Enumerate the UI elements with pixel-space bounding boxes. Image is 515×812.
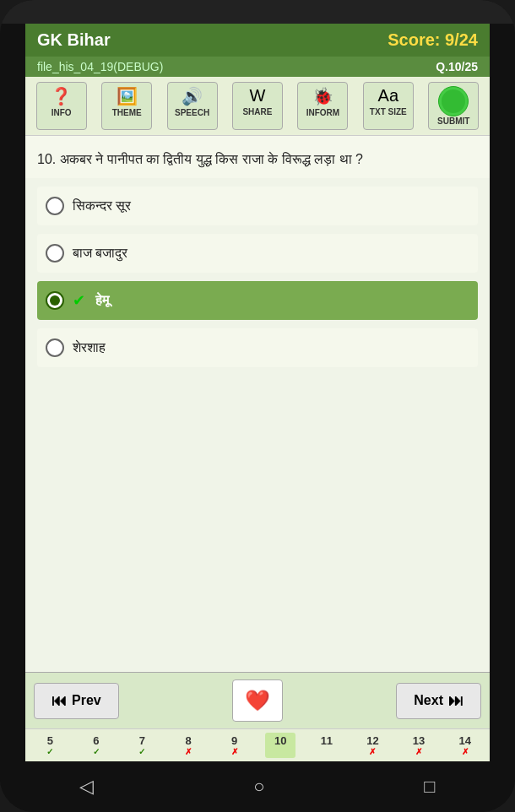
share-label: SHARE [242,107,272,116]
qnav-14-indicator: ✗ [462,747,469,756]
qnav-5-indicator: ✓ [46,747,53,756]
qnav-9-indicator: ✗ [231,747,238,756]
prev-start-icon: ⏮ [52,692,67,710]
inform-button[interactable]: 🐞 INFORM [297,82,348,130]
share-button[interactable]: W SHARE [232,82,283,130]
inform-label: INFORM [306,108,339,117]
qnav-9-num: 9 [231,734,237,747]
option-d-text: शेरशाह [73,340,106,355]
correct-checkmark: ✔ [73,291,85,310]
next-label: Next [414,693,443,708]
qnav-5-num: 5 [47,734,53,747]
qnav-12-num: 12 [366,734,378,747]
status-bar [0,0,515,24]
next-button[interactable]: Next ⏭ [396,683,481,719]
qnav-10[interactable]: 10 · [265,733,295,758]
submit-label: SUBMIT [437,116,469,126]
options-area: सिकन्दर सूर बाज बजादुर ✔ हेमू शेरशाह [25,178,490,672]
qnav-10-indicator: · [279,747,282,756]
qnav-8[interactable]: 8 ✗ [173,733,203,758]
prev-button[interactable]: ⏮ Prev [34,683,119,719]
txtsize-label: TXT SIZE [370,107,407,116]
question-number: 10. [37,152,56,166]
qnav-6-num: 6 [93,734,99,747]
qnav-7[interactable]: 7 ✓ [127,733,157,758]
android-nav-bar: ◁ ○ □ [0,761,515,812]
theme-button[interactable]: 🖼️ THEME [101,82,152,130]
option-a-text: सिकन्दर सूर [73,198,131,214]
submit-button[interactable]: SUBMIT [428,82,479,130]
qnav-11-indicator: · [325,747,328,756]
phone-frame: GK Bihar Score: 9/24 file_his_04_19(DEBU… [0,0,515,812]
speech-label: SPEECH [175,108,209,117]
qnav-13-num: 13 [413,734,425,747]
qnav-6-indicator: ✓ [93,747,100,756]
inform-icon: 🐞 [312,86,333,106]
question-body: अकबर ने पानीपत का द्वितीय युद्ध किस राजा… [60,152,363,166]
info-icon: ❓ [51,86,72,106]
qnav-5[interactable]: 5 ✓ [35,733,65,758]
qnav-8-num: 8 [185,734,191,747]
radio-d [46,338,64,357]
next-end-icon: ⏭ [448,692,464,710]
recents-icon[interactable]: □ [424,776,435,798]
txtsize-icon: Aa [378,86,398,106]
theme-icon: 🖼️ [117,86,138,106]
app-title: GK Bihar [37,30,111,50]
radio-c [46,291,64,310]
option-d[interactable]: शेरशाह [37,328,478,367]
qnav-14-num: 14 [458,734,470,747]
heart-button[interactable]: ❤️ [232,679,283,722]
qnav-13-indicator: ✗ [415,747,422,756]
qnav-14[interactable]: 14 ✗ [450,733,480,758]
option-c[interactable]: ✔ हेमू [37,281,478,320]
file-label: file_his_04_19(DEBUG) [37,60,163,73]
qnav-11[interactable]: 11 · [312,733,342,758]
option-b[interactable]: बाज बजादुर [37,234,478,273]
info-label: INFO [52,108,72,117]
radio-b [46,244,64,263]
submit-icon [438,86,469,116]
qnav-10-num: 10 [274,734,286,747]
share-icon: W [250,86,266,106]
option-b-text: बाज बजादुर [73,246,127,261]
qnav-9[interactable]: 9 ✗ [220,733,250,758]
header-sub: file_his_04_19(DEBUG) Q.10/25 [25,57,490,77]
radio-a [46,197,64,215]
qnav-13[interactable]: 13 ✗ [404,733,434,758]
option-c-text: हेमू [95,293,109,308]
toolbar: ❓ INFO 🖼️ THEME 🔊 SPEECH W SHARE 🐞 INFOR… [25,77,490,136]
speech-icon: 🔊 [182,86,203,106]
qnav-6[interactable]: 6 ✓ [81,733,111,758]
home-icon[interactable]: ○ [253,776,264,798]
option-a[interactable]: सिकन्दर सूर [37,187,478,225]
speech-button[interactable]: 🔊 SPEECH [167,82,218,130]
score-label: Score: 9/24 [388,30,478,50]
header-top: GK Bihar Score: 9/24 [25,24,490,57]
question-counter: Q.10/25 [436,60,478,73]
qnav-7-indicator: ✓ [138,747,145,756]
txtsize-button[interactable]: Aa TXT SIZE [363,82,414,130]
back-icon[interactable]: ◁ [79,776,94,798]
bottom-nav: ⏮ Prev ❤️ Next ⏭ [25,672,490,728]
question-text: 10. अकबर ने पानीपत का द्वितीय युद्ध किस … [37,152,363,166]
heart-icon: ❤️ [245,689,270,712]
prev-label: Prev [72,693,101,708]
theme-label: THEME [112,108,142,117]
qnav-12[interactable]: 12 ✗ [357,733,388,758]
question-area: 10. अकबर ने पानीपत का द्वितीय युद्ध किस … [25,136,490,178]
screen: GK Bihar Score: 9/24 file_his_04_19(DEBU… [25,24,490,761]
qnav-12-indicator: ✗ [369,747,376,756]
qnav-7-num: 7 [139,734,145,747]
qnav-11-num: 11 [321,734,333,747]
qnav-8-indicator: ✗ [185,747,192,756]
info-button[interactable]: ❓ INFO [36,82,87,130]
question-nav: 5 ✓ 6 ✓ 7 ✓ 8 ✗ 9 ✗ 10 · [25,728,490,761]
